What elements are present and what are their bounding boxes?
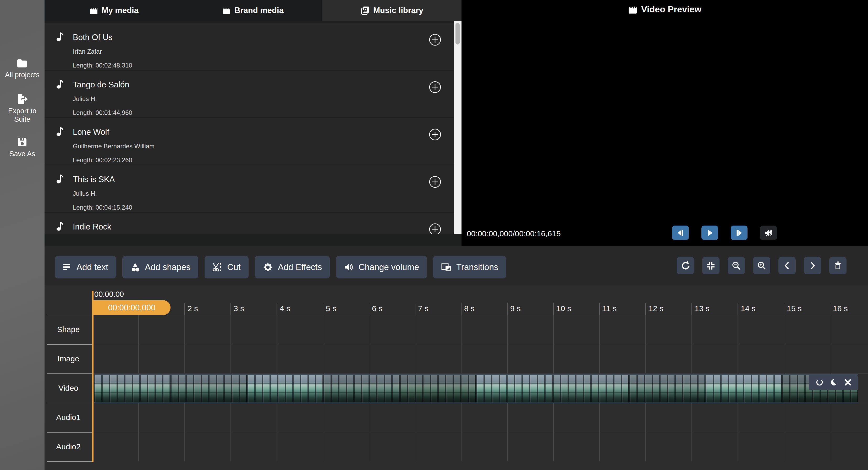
grid-row-line	[92, 373, 868, 374]
save-icon	[17, 136, 28, 147]
ruler-tick	[553, 303, 554, 315]
playhead-badge[interactable]: 00:00:00,000	[93, 300, 170, 315]
video-thumbnail	[170, 375, 247, 402]
add-shapes-button[interactable]: Add shapes	[122, 256, 198, 278]
moon-icon[interactable]	[830, 379, 838, 386]
video-thumbnail	[476, 375, 552, 402]
text-lines-icon	[63, 263, 72, 271]
ruler-tick	[369, 303, 369, 315]
track-add-button[interactable]	[429, 223, 442, 234]
tab-brand-media[interactable]: Brand media	[184, 0, 323, 21]
clip-thumbnails	[94, 375, 858, 402]
video-editor-app: All projects Export to Suite Save As	[0, 0, 868, 470]
film-icon	[628, 5, 638, 14]
music-track-item[interactable]: Lone Wolf Guilherme Bernardes William Le…	[44, 118, 454, 165]
chevron-right-icon	[808, 261, 817, 270]
step-back-icon	[676, 229, 685, 237]
play-button[interactable]	[702, 226, 718, 240]
ruler-tick	[784, 303, 784, 315]
music-list-scrollbar	[454, 21, 462, 234]
sidebar-item-export-to-suite[interactable]: Export to Suite	[0, 93, 44, 124]
music-track-item[interactable]: Both Of Us Irfan Zafar Length: 00:02:48,…	[44, 23, 454, 70]
fit-view-button[interactable]	[702, 257, 719, 274]
track-separator	[47, 432, 92, 433]
sidebar-item-label: Export to Suite	[0, 107, 44, 124]
ruler-tick	[691, 303, 692, 315]
step-back-button[interactable]	[672, 226, 689, 240]
fit-view-icon	[706, 261, 716, 270]
ruler-tick-label: 15 s	[787, 304, 802, 313]
track-label-shape: Shape	[44, 315, 92, 344]
tab-music-library[interactable]: Music library	[322, 0, 462, 21]
video-thumbnail	[705, 375, 781, 402]
track-artist: Julius H.	[73, 190, 97, 197]
track-separator	[47, 461, 92, 462]
zoom-out-button[interactable]	[727, 257, 745, 274]
close-icon[interactable]	[844, 379, 851, 386]
video-thumbnail	[247, 375, 323, 402]
next-button[interactable]	[804, 257, 821, 274]
track-add-button[interactable]	[429, 80, 442, 94]
video-thumbnail	[552, 375, 629, 402]
music-note-icon	[56, 32, 64, 43]
delete-button[interactable]	[829, 257, 846, 274]
button-label: Change volume	[359, 262, 419, 272]
track-title: This is SKA	[73, 175, 115, 184]
ruler-tick	[461, 303, 462, 315]
zoom-in-button[interactable]	[753, 257, 770, 274]
clip-overlay-controls	[809, 375, 858, 390]
cut-button[interactable]: Cut	[205, 256, 248, 278]
shapes-icon	[130, 262, 140, 272]
step-forward-button[interactable]	[731, 226, 747, 240]
prev-button[interactable]	[778, 257, 796, 274]
music-track-list: Both Of Us Irfan Zafar Length: 00:02:48,…	[44, 21, 462, 234]
track-separator	[47, 403, 92, 403]
ruler-tick	[323, 303, 323, 315]
track-add-button[interactable]	[429, 33, 442, 46]
ruler-tick	[599, 303, 600, 315]
mute-button[interactable]	[760, 226, 777, 240]
preview-timestamp: 00:00:00,000/00:00:16,615	[467, 229, 561, 238]
scrollbar-thumb[interactable]	[456, 23, 460, 44]
ruler-tick-label: 2 s	[188, 304, 198, 313]
tab-my-media[interactable]: My media	[44, 0, 184, 21]
undo-rotate-button[interactable]	[677, 257, 694, 274]
track-label-image: Image	[44, 344, 92, 373]
ruler-tick-label: 12 s	[649, 304, 663, 313]
scissors-icon	[212, 262, 222, 272]
add-effects-button[interactable]: Add Effects	[255, 256, 330, 278]
ruler-tick	[415, 303, 415, 315]
ruler-tick	[738, 303, 738, 315]
media-panel: My media Brand media Music library Bo	[44, 0, 462, 246]
toolbar-right-group	[677, 257, 846, 274]
track-title: Lone Wolf	[73, 128, 109, 137]
transitions-button[interactable]: Transitions	[433, 256, 506, 278]
transitions-icon	[441, 262, 452, 272]
change-volume-button[interactable]: Change volume	[336, 256, 427, 278]
playhead-line[interactable]	[92, 291, 93, 462]
track-length: Length: 00:01:44,960	[73, 109, 132, 116]
loop-icon[interactable]	[816, 378, 824, 386]
ruler-tick-label: 4 s	[280, 304, 290, 313]
sidebar-item-all-projects[interactable]: All projects	[0, 58, 44, 79]
tab-label: My media	[102, 6, 138, 15]
media-tabbar: My media Brand media Music library	[44, 0, 462, 21]
music-track-item[interactable]: Indie Rock	[44, 213, 454, 234]
playhead-current-time: 00:00:00	[94, 290, 124, 299]
music-note-icon	[56, 174, 64, 185]
grid-row-line	[92, 432, 868, 432]
track-add-button[interactable]	[429, 175, 442, 189]
music-track-item[interactable]: This is SKA Julius H. Length: 00:04:15,2…	[44, 165, 454, 212]
sidebar-item-save-as[interactable]: Save As	[0, 136, 44, 158]
music-track-item[interactable]: Tango de Salón Julius H. Length: 00:01:4…	[44, 71, 454, 117]
track-add-button[interactable]	[429, 128, 442, 141]
sidebar-item-label: Save As	[0, 150, 44, 158]
add-text-button[interactable]: Add text	[55, 256, 116, 278]
ruler-tick-label: 3 s	[234, 304, 244, 313]
sidebar-item-label: All projects	[0, 71, 44, 79]
ruler-tick-label: 9 s	[510, 304, 521, 313]
video-clip[interactable]	[94, 374, 858, 403]
ruler-tick	[830, 303, 830, 315]
track-separator	[47, 373, 92, 374]
timeline[interactable]: 2 s3 s4 s5 s6 s7 s8 s9 s10 s11 s12 s13 s…	[44, 285, 868, 470]
